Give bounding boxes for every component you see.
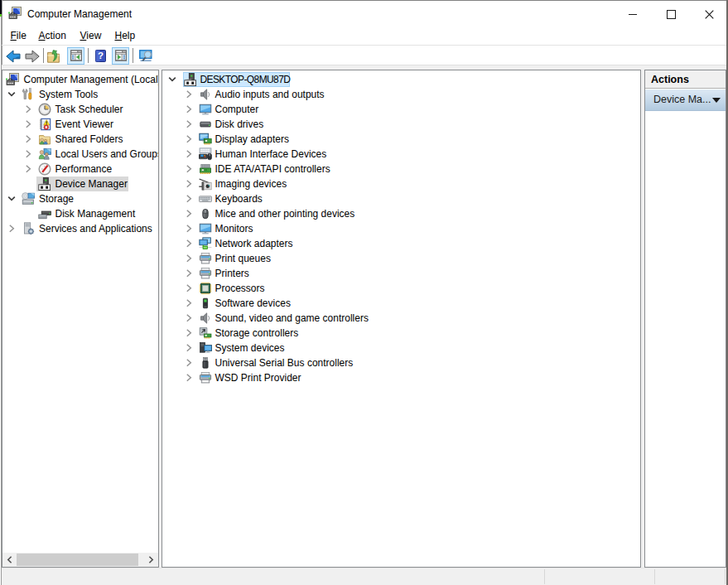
svg-text:?: ? — [98, 51, 104, 60]
